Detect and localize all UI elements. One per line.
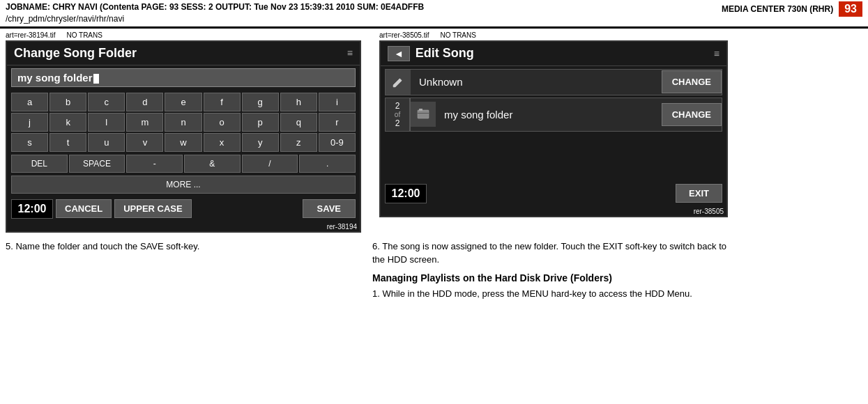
key-space[interactable]: SPACE bbox=[69, 155, 125, 173]
left-screen-title: Change Song Folder bbox=[14, 46, 137, 61]
key-e[interactable]: e bbox=[165, 93, 201, 111]
left-art-label: art=rer-38194.tif bbox=[6, 31, 55, 39]
key-dash[interactable]: - bbox=[126, 155, 183, 173]
key-n[interactable]: n bbox=[165, 113, 201, 132]
right-menu-icon: ≡ bbox=[714, 48, 719, 59]
counter-bottom: 2 bbox=[395, 118, 400, 128]
edit-row-1-text: Unknown bbox=[411, 70, 662, 93]
right-art-ref: rer-38505 bbox=[381, 207, 726, 216]
key-dot[interactable]: . bbox=[299, 155, 356, 173]
key-f[interactable]: f bbox=[204, 93, 241, 111]
caption-left: 5. Name the folder and touch the SAVE so… bbox=[6, 240, 361, 301]
key-ampersand[interactable]: & bbox=[184, 155, 241, 173]
right-screen-title: Edit Song bbox=[416, 46, 474, 61]
text-input[interactable]: my song folder bbox=[11, 68, 356, 87]
change-button-2[interactable]: CHANGE bbox=[662, 103, 722, 126]
caption-right-heading: Managing Playlists on the Hard Disk Driv… bbox=[372, 271, 728, 286]
svg-rect-1 bbox=[419, 109, 422, 111]
caption-right: 6. The song is now assigned to the new f… bbox=[372, 240, 728, 301]
right-no-trans: NO TRANS bbox=[440, 31, 476, 39]
upper-case-button[interactable]: UPPER CASE bbox=[114, 199, 192, 218]
key-s[interactable]: s bbox=[11, 133, 48, 152]
left-panel: art=rer-38194.tif NO TRANS Change Song F… bbox=[6, 31, 368, 233]
svg-rect-0 bbox=[418, 110, 429, 118]
key-more[interactable]: MORE ... bbox=[11, 176, 356, 194]
right-panel: art=rer-38505.tif NO TRANS ◄ Edit Song ≡… bbox=[379, 31, 735, 233]
back-button[interactable]: ◄ bbox=[388, 46, 410, 61]
key-b[interactable]: b bbox=[50, 93, 86, 111]
media-center-label: MEDIA CENTER 730N (RHR) bbox=[722, 4, 833, 14]
edit-icon-1 bbox=[386, 70, 411, 95]
page-number: 93 bbox=[839, 1, 862, 17]
key-slash[interactable]: / bbox=[242, 155, 298, 173]
svg-rect-2 bbox=[418, 113, 429, 114]
edit-row-2-text: my song folder bbox=[436, 103, 662, 126]
left-bottom-bar: 12:00 CANCEL UPPER CASE SAVE bbox=[7, 196, 360, 222]
key-o[interactable]: o bbox=[204, 113, 241, 132]
key-w[interactable]: w bbox=[165, 133, 201, 152]
key-u[interactable]: u bbox=[88, 133, 125, 152]
key-i[interactable]: i bbox=[319, 93, 356, 111]
key-c[interactable]: c bbox=[88, 93, 125, 111]
change-button-1[interactable]: CHANGE bbox=[662, 70, 722, 93]
key-0-9[interactable]: 0-9 bbox=[319, 133, 356, 152]
counter-top: 2 bbox=[395, 101, 400, 111]
keyboard-special-row: DEL SPACE - & / . bbox=[7, 153, 360, 174]
key-v[interactable]: v bbox=[126, 133, 163, 152]
menu-icon: ≡ bbox=[347, 47, 353, 59]
key-l[interactable]: l bbox=[88, 113, 125, 132]
caption-right-para1: 6. The song is now assigned to the new f… bbox=[372, 240, 728, 267]
key-h[interactable]: h bbox=[280, 93, 317, 111]
key-p[interactable]: p bbox=[242, 113, 279, 132]
key-t[interactable]: t bbox=[50, 133, 86, 152]
edit-rows: Unknown CHANGE 2 of 2 bbox=[381, 66, 726, 137]
right-bottom-bar: 12:00 EXIT bbox=[381, 181, 726, 206]
exit-button[interactable]: EXIT bbox=[676, 184, 722, 203]
key-k[interactable]: k bbox=[50, 113, 86, 132]
right-time: 12:00 bbox=[385, 184, 427, 203]
key-x[interactable]: x bbox=[204, 133, 241, 152]
caption-right-para2: 1. While in the HDD mode, press the MENU… bbox=[372, 287, 728, 301]
counter-of-label: of bbox=[395, 111, 400, 118]
left-art-ref: rer-38194 bbox=[7, 222, 360, 231]
key-y[interactable]: y bbox=[242, 133, 279, 152]
left-no-trans: NO TRANS bbox=[66, 31, 102, 39]
key-z[interactable]: z bbox=[280, 133, 317, 152]
key-j[interactable]: j bbox=[11, 113, 48, 132]
key-del[interactable]: DEL bbox=[11, 155, 68, 173]
key-r[interactable]: r bbox=[319, 113, 356, 132]
right-art-label: art=rer-38505.tif bbox=[379, 31, 429, 39]
right-screen: ◄ Edit Song ≡ Unknown CHANGE bbox=[379, 40, 728, 217]
edit-icon-2 bbox=[411, 102, 436, 127]
key-m[interactable]: m bbox=[126, 113, 163, 132]
counter-area: 2 of 2 bbox=[385, 98, 410, 132]
key-d[interactable]: d bbox=[126, 93, 163, 111]
key-a[interactable]: a bbox=[11, 93, 48, 111]
key-q[interactable]: q bbox=[280, 113, 317, 132]
cancel-button[interactable]: CANCEL bbox=[56, 199, 112, 218]
edit-row-1: Unknown CHANGE bbox=[385, 69, 722, 95]
save-button[interactable]: SAVE bbox=[303, 199, 356, 218]
left-screen: Change Song Folder ≡ my song folder a b … bbox=[6, 40, 361, 233]
edit-row-2: my song folder CHANGE bbox=[410, 98, 722, 132]
keyboard-row1: a b c d e f g h i j k l m n o p q r s t bbox=[7, 90, 360, 153]
key-g[interactable]: g bbox=[242, 93, 279, 111]
left-time: 12:00 bbox=[11, 199, 53, 219]
